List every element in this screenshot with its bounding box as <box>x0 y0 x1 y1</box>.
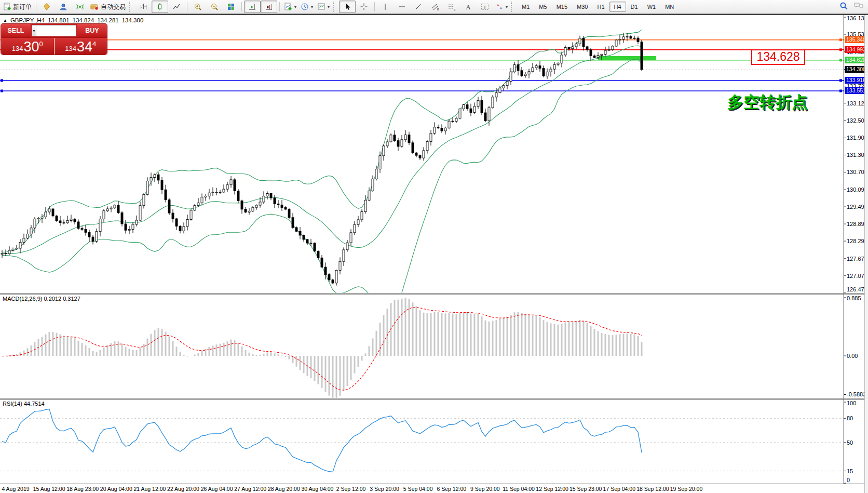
timeframe-button-h1[interactable]: H1 <box>592 2 609 12</box>
signals-button[interactable] <box>72 1 88 13</box>
sell-price-big: 30 <box>23 40 39 54</box>
time-axis-label: 17 Sep 04:00 <box>603 486 635 492</box>
svg-text:F: F <box>454 8 456 11</box>
search-icon[interactable] <box>839 2 848 12</box>
timeframe-button-mn[interactable]: MN <box>660 2 679 12</box>
profile-button[interactable] <box>55 1 72 13</box>
zoom-out-button[interactable] <box>206 1 223 13</box>
periods-button[interactable]: ▾ <box>299 1 315 13</box>
rsi-axis-tick: 0 <box>847 477 850 483</box>
svg-text:T: T <box>483 5 486 10</box>
time-axis-label: 18 Sep 12:00 <box>636 486 669 492</box>
line-chart-button[interactable] <box>168 1 185 13</box>
fibonacci-icon: F <box>447 3 456 11</box>
auto-scroll-button[interactable] <box>244 1 261 13</box>
timeframe-button-m5[interactable]: M5 <box>534 2 551 12</box>
one-click-trading-panel: SELL ▼ ▲ BUY 134300 134344 <box>1 24 107 55</box>
collapse-arrow-icon[interactable]: ▲ <box>3 18 7 23</box>
crosshair-button[interactable] <box>356 1 372 13</box>
line-chart-icon <box>172 3 181 11</box>
time-axis-label: 5 Sep 04:00 <box>403 486 433 492</box>
timeframe-button-d1[interactable]: D1 <box>626 2 643 12</box>
mt4-window: 新订单 自动交易 ▾ ▾ ▾ E F A T ▾ <box>0 0 868 493</box>
horizontal-line-button[interactable] <box>394 1 410 13</box>
sell-price-prefix: 134 <box>12 45 23 52</box>
macd-axis-tick: 0.00 <box>847 353 858 359</box>
buy-price[interactable]: 134344 <box>55 38 107 55</box>
candlestick-chart-button[interactable] <box>152 1 168 13</box>
separator <box>279 2 280 11</box>
arrows-button[interactable]: ▾ <box>493 1 510 13</box>
horizontal-line-icon <box>398 3 406 11</box>
toolbar: 新订单 自动交易 ▾ ▾ ▾ E F A T ▾ <box>0 0 868 14</box>
timeframe-button-h4[interactable]: H4 <box>609 2 626 12</box>
ohlc-low: 134.281 <box>97 17 119 23</box>
timeframe-button-m30[interactable]: M30 <box>572 2 592 12</box>
toolbar-grip <box>511 2 516 12</box>
time-axis-label: 18 Aug 23:00 <box>66 486 99 492</box>
sell-price[interactable]: 134300 <box>1 38 54 55</box>
cursor-button[interactable] <box>339 1 356 13</box>
new-order-button[interactable]: 新订单 <box>1 1 34 13</box>
fibonacci-button[interactable]: F <box>443 1 460 13</box>
crosshair-icon <box>360 3 368 11</box>
metaeditor-button[interactable] <box>38 1 55 13</box>
tile-windows-button[interactable] <box>223 1 239 13</box>
time-axis-label: 22 Aug 20:00 <box>167 486 199 492</box>
sell-button[interactable]: SELL <box>1 24 31 37</box>
timeframe-button-w1[interactable]: W1 <box>643 2 661 12</box>
chevron-down-icon: ▾ <box>311 5 313 9</box>
chevron-down-icon: ▾ <box>506 5 508 9</box>
timeframe-group: M1M5M15M30H1H4D1W1MN <box>517 2 679 12</box>
text-icon: A <box>464 3 472 11</box>
time-axis-label: 15 Aug 12:00 <box>33 486 65 492</box>
vertical-line-button[interactable] <box>377 1 394 13</box>
turning-point-annotation[interactable]: 多空转折点 <box>706 91 808 113</box>
buy-price-big: 34 <box>77 40 92 54</box>
chart-plot-area[interactable] <box>0 15 844 484</box>
indicators-icon <box>284 3 292 11</box>
text-button[interactable]: A <box>460 1 477 13</box>
macd-indicator-label: MACD(12,26,9) 0.2012 0.3127 <box>3 296 80 302</box>
trendline-button[interactable] <box>410 1 427 13</box>
price-annotation-box[interactable]: 134.628 <box>751 49 805 65</box>
separator <box>374 2 375 11</box>
equidistant-channel-button[interactable]: E <box>427 1 443 13</box>
time-axis-label: 4 Aug 2019 <box>2 486 29 492</box>
time-axis-label: 21 Aug 12:00 <box>133 486 166 492</box>
buy-button[interactable]: BUY <box>77 24 107 37</box>
chevron-down-icon: ▾ <box>294 5 296 9</box>
volume-input[interactable] <box>36 25 76 36</box>
indicators-button[interactable]: ▾ <box>282 1 299 13</box>
chat-icon[interactable] <box>853 2 864 12</box>
separator <box>241 2 242 11</box>
sell-price-sup: 0 <box>39 40 43 48</box>
new-order-label: 新订单 <box>13 3 32 11</box>
bar-chart-button[interactable] <box>135 1 152 13</box>
buy-price-prefix: 134 <box>65 45 76 52</box>
auto-scroll-icon <box>248 3 256 11</box>
chart-shift-button[interactable] <box>261 1 277 13</box>
volume-decrease-button[interactable]: ▼ <box>32 25 36 36</box>
svg-text:E: E <box>437 8 439 11</box>
time-axis-label: 12 Sep 12:00 <box>536 486 568 492</box>
symbol-info: ▲ GBPJPY-,H4 134.801 134.824 134.281 134… <box>3 17 143 23</box>
zoom-in-button[interactable] <box>189 1 206 13</box>
templates-button[interactable]: ▾ <box>315 1 332 13</box>
text-label-button[interactable]: T <box>477 1 493 13</box>
symbol-name: GBPJPY-,H4 <box>10 17 45 23</box>
macd-axis-tick: -0.5882 <box>847 391 866 397</box>
time-axis-label: 2 Sep 12:00 <box>336 486 366 492</box>
signals-icon <box>76 3 84 11</box>
separator <box>36 2 36 11</box>
ohlc-open: 134.801 <box>48 17 70 23</box>
svg-text:A: A <box>466 3 471 11</box>
timeframe-button-m15[interactable]: M15 <box>552 2 572 12</box>
time-axis-label: 11 Sep 04:00 <box>503 486 535 492</box>
ohlc-close: 134.300 <box>122 17 144 23</box>
autotrading-button[interactable]: 自动交易 <box>88 1 128 13</box>
profile-icon <box>59 3 67 11</box>
timeframe-button-m1[interactable]: M1 <box>517 2 534 12</box>
autotrading-icon <box>90 3 99 11</box>
arrows-icon <box>495 3 504 11</box>
